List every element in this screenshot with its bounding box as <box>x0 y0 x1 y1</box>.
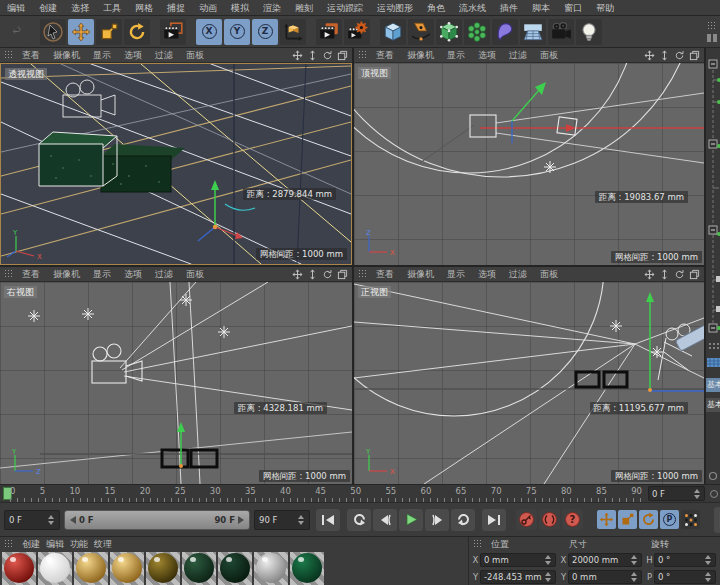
viewport-menu-item[interactable]: 过滤 <box>509 267 527 281</box>
rotate-view-icon[interactable] <box>674 269 685 280</box>
perspective-canvas[interactable]: 透视视图 <box>0 63 352 265</box>
key-scale-button[interactable] <box>618 510 637 529</box>
viewport-menu-item[interactable]: 摄像机 <box>407 48 434 62</box>
attribute-tab[interactable]: 基本 <box>706 398 720 412</box>
pan-view-icon[interactable] <box>644 269 655 280</box>
viewport-menu-item[interactable]: 摄像机 <box>53 267 80 281</box>
add-camera-button[interactable] <box>548 19 574 45</box>
maximize-view-icon[interactable] <box>689 269 700 280</box>
add-deformer-button[interactable] <box>492 19 518 45</box>
rotate-view-icon[interactable] <box>674 50 685 61</box>
viewport-menu-item[interactable]: 面板 <box>186 267 204 281</box>
viewport-menu-item[interactable]: 选项 <box>124 48 142 62</box>
position-y-field[interactable]: -248.453 mm <box>480 570 556 584</box>
rotate-view-icon[interactable] <box>322 269 333 280</box>
material-swatch-white[interactable] <box>38 552 72 585</box>
rotate-view-icon[interactable] <box>322 50 333 61</box>
viewport-menu-item[interactable]: 摄像机 <box>407 267 434 281</box>
material-swatch-gold-reflective-2[interactable] <box>110 552 144 585</box>
rotate-tool-button[interactable] <box>124 19 150 45</box>
size-y-field[interactable]: 0 mm <box>568 570 642 584</box>
viewport-menu-item[interactable]: 显示 <box>447 267 465 281</box>
add-spline-pen-button[interactable] <box>408 19 434 45</box>
rotation-h-field[interactable]: 0 ° <box>654 553 716 567</box>
key-parameter-button[interactable]: P <box>660 510 679 529</box>
add-array-button[interactable] <box>464 19 490 45</box>
z-axis-lock-button[interactable]: Z <box>252 19 278 45</box>
viewport-menu-item[interactable]: 过滤 <box>155 267 173 281</box>
render-view-button[interactable] <box>160 19 186 45</box>
menu-item[interactable]: 捕捉 <box>160 0 192 16</box>
spinner-arrows-icon[interactable] <box>631 572 638 582</box>
prev-frame-button[interactable] <box>373 509 397 531</box>
viewport-menu-item[interactable]: 选项 <box>124 267 142 281</box>
add-light-button[interactable] <box>576 19 602 45</box>
maximize-view-icon[interactable] <box>337 50 348 61</box>
menu-item[interactable]: 帮助 <box>589 0 621 16</box>
add-environment-button[interactable] <box>520 19 546 45</box>
panel-grid-icon[interactable] <box>358 50 368 60</box>
attribute-tab[interactable]: 基本 <box>706 378 720 392</box>
add-subdivision-surface-button[interactable] <box>436 19 462 45</box>
material-swatch-green[interactable] <box>290 552 324 585</box>
menu-item[interactable]: 角色 <box>420 0 452 16</box>
menu-item[interactable]: 动画 <box>192 0 224 16</box>
viewport-menu-item[interactable]: 过滤 <box>155 48 173 62</box>
move-tool-button[interactable] <box>68 19 94 45</box>
spinner-arrows-icon[interactable] <box>48 515 55 525</box>
y-axis-lock-button[interactable]: Y <box>224 19 250 45</box>
zoom-view-icon[interactable] <box>659 50 670 61</box>
size-x-field[interactable]: 20000 mm <box>568 553 642 567</box>
timeline-ruler[interactable]: 051015202530354045505560657075808590 0 F <box>0 484 720 502</box>
key-pla-button[interactable] <box>681 510 700 529</box>
viewport-menu-item[interactable]: 查看 <box>376 267 394 281</box>
right-canvas[interactable]: 右视图 <box>0 282 352 484</box>
top-canvas[interactable]: 顶视图 <box>354 63 704 265</box>
timeline-option-icon[interactable] <box>710 490 718 498</box>
spinner-arrows-icon[interactable] <box>631 555 638 565</box>
menu-item[interactable]: 工具 <box>96 0 128 16</box>
frame-range-slider[interactable]: 0 F 90 F <box>64 510 250 530</box>
panel-grid-icon[interactable] <box>473 539 483 549</box>
menu-item[interactable]: 窗口 <box>557 0 589 16</box>
viewport-menu-item[interactable]: 查看 <box>22 267 40 281</box>
live-selection-button[interactable] <box>40 19 66 45</box>
viewport-menu-item[interactable]: 查看 <box>376 48 394 62</box>
viewport-menu-item[interactable]: 面板 <box>540 48 558 62</box>
menu-item[interactable]: 插件 <box>493 0 525 16</box>
pan-view-icon[interactable] <box>644 50 655 61</box>
coordinate-system-button[interactable] <box>280 19 306 45</box>
zoom-view-icon[interactable] <box>307 269 318 280</box>
scale-tool-button[interactable] <box>96 19 122 45</box>
pan-view-icon[interactable] <box>292 269 303 280</box>
prev-key-button[interactable] <box>347 509 371 531</box>
menu-item[interactable]: 渲染 <box>256 0 288 16</box>
maximize-view-icon[interactable] <box>337 269 348 280</box>
end-frame-field[interactable]: 90 F <box>254 510 310 530</box>
material-swatch-dark-green-speckled[interactable] <box>182 552 216 585</box>
menu-item[interactable]: 运动图形 <box>370 0 420 16</box>
autokey-button[interactable] <box>539 509 560 530</box>
position-x-field[interactable]: 0 mm <box>480 553 556 567</box>
menu-item[interactable]: 模拟 <box>224 0 256 16</box>
menu-item[interactable]: 运动跟踪 <box>320 0 370 16</box>
pan-view-icon[interactable] <box>292 50 303 61</box>
spinner-arrows-icon[interactable] <box>545 572 552 582</box>
material-menu-item[interactable]: 创建 <box>22 538 40 551</box>
panel-grid-icon[interactable] <box>707 21 717 31</box>
viewport-menu-item[interactable]: 查看 <box>22 48 40 62</box>
menu-item[interactable]: 雕刻 <box>288 0 320 16</box>
material-menu-item[interactable]: 编辑 <box>46 538 64 551</box>
menu-item[interactable]: 选择 <box>64 0 96 16</box>
material-menu-item[interactable]: 纹理 <box>94 538 112 551</box>
viewport-menu-item[interactable]: 摄像机 <box>53 48 80 62</box>
play-button[interactable] <box>399 509 423 531</box>
x-axis-lock-button[interactable]: X <box>196 19 222 45</box>
panel-grid-icon[interactable] <box>4 50 14 60</box>
start-frame-field[interactable]: 0 F <box>4 510 60 530</box>
material-swatch-dark-green[interactable] <box>218 552 252 585</box>
keyframe-selection-button[interactable]: ? <box>562 509 583 530</box>
record-keyframe-button[interactable] <box>516 509 537 530</box>
render-active-view-button[interactable] <box>316 19 342 45</box>
menu-item[interactable]: 脚本 <box>525 0 557 16</box>
